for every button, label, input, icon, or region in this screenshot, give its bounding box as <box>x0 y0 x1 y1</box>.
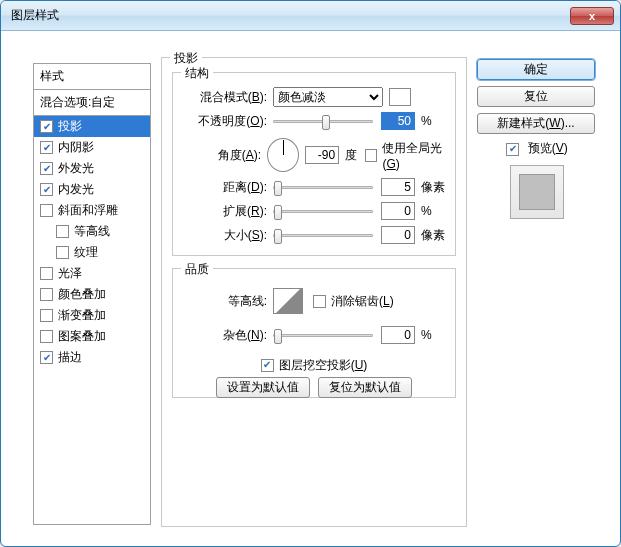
knockout-label: 图层挖空投影(U) <box>279 357 368 374</box>
style-label: 内阴影 <box>58 139 94 156</box>
distance-label: 距离(D): <box>173 179 267 196</box>
antialias-checkbox[interactable] <box>313 295 326 308</box>
titlebar[interactable]: 图层样式 x <box>1 1 620 31</box>
blend-mode-select[interactable]: 颜色减淡 <box>273 87 383 107</box>
style-label: 内发光 <box>58 181 94 198</box>
style-item-纹理[interactable]: 纹理 <box>34 242 150 263</box>
spread-input[interactable] <box>381 202 415 220</box>
size-label: 大小(S): <box>173 227 267 244</box>
style-item-图案叠加[interactable]: 图案叠加 <box>34 326 150 347</box>
style-label: 等高线 <box>74 223 110 240</box>
spread-label: 扩展(R): <box>173 203 267 220</box>
distance-input[interactable] <box>381 178 415 196</box>
style-checkbox[interactable] <box>40 120 53 133</box>
noise-unit: % <box>421 328 432 342</box>
style-label: 颜色叠加 <box>58 286 106 303</box>
angle-label: 角度(A): <box>173 147 261 164</box>
contour-label: 等高线: <box>173 293 267 310</box>
angle-dial[interactable] <box>267 138 299 172</box>
style-item-内阴影[interactable]: 内阴影 <box>34 137 150 158</box>
style-item-光泽[interactable]: 光泽 <box>34 263 150 284</box>
close-button[interactable]: x <box>570 7 614 25</box>
window-title: 图层样式 <box>11 7 570 24</box>
noise-label: 杂色(N): <box>173 327 267 344</box>
style-checkbox[interactable] <box>40 141 53 154</box>
opacity-unit: % <box>421 114 432 128</box>
style-label: 斜面和浮雕 <box>58 202 118 219</box>
spread-unit: % <box>421 204 432 218</box>
preview-swatch <box>519 174 555 210</box>
style-checkbox[interactable] <box>40 351 53 364</box>
size-slider[interactable] <box>273 234 373 237</box>
styles-header: 样式 <box>34 64 150 90</box>
blend-mode-label: 混合模式(B): <box>173 89 267 106</box>
style-label: 投影 <box>58 118 82 135</box>
antialias-label: 消除锯齿(L) <box>331 293 394 310</box>
right-column: 确定 复位 新建样式(W)... 预览(V) <box>477 59 597 219</box>
preview-label: 预览(V) <box>528 141 568 155</box>
blend-options-row[interactable]: 混合选项:自定 <box>34 90 150 116</box>
style-item-描边[interactable]: 描边 <box>34 347 150 368</box>
structure-label: 结构 <box>181 65 213 82</box>
style-checkbox[interactable] <box>40 162 53 175</box>
set-default-button[interactable]: 设置为默认值 <box>216 377 310 398</box>
style-checkbox[interactable] <box>56 225 69 238</box>
style-checkbox[interactable] <box>40 267 53 280</box>
style-checkbox[interactable] <box>40 330 53 343</box>
style-item-渐变叠加[interactable]: 渐变叠加 <box>34 305 150 326</box>
style-checkbox[interactable] <box>40 204 53 217</box>
style-label: 纹理 <box>74 244 98 261</box>
drop-shadow-group: 投影 结构 混合模式(B): 颜色减淡 不透明度(O): % 角度(A): <box>161 57 467 527</box>
angle-unit: 度 <box>345 147 357 164</box>
quality-group: 品质 等高线: 消除锯齿(L) 杂色(N): % 图层挖空投影(U) <box>172 268 456 398</box>
style-label: 外发光 <box>58 160 94 177</box>
structure-group: 结构 混合模式(B): 颜色减淡 不透明度(O): % 角度(A): 度 <box>172 72 456 256</box>
knockout-checkbox[interactable] <box>261 359 274 372</box>
style-checkbox[interactable] <box>40 309 53 322</box>
preview-checkbox[interactable] <box>506 143 519 156</box>
reset-default-button[interactable]: 复位为默认值 <box>318 377 412 398</box>
opacity-input[interactable] <box>381 112 415 130</box>
styles-panel: 样式 混合选项:自定 投影内阴影外发光内发光斜面和浮雕等高线纹理光泽颜色叠加渐变… <box>33 63 151 525</box>
color-swatch[interactable] <box>389 88 411 106</box>
size-unit: 像素 <box>421 227 445 244</box>
cancel-button[interactable]: 复位 <box>477 86 595 107</box>
style-item-等高线[interactable]: 等高线 <box>34 221 150 242</box>
size-input[interactable] <box>381 226 415 244</box>
ok-button[interactable]: 确定 <box>477 59 595 80</box>
style-checkbox[interactable] <box>56 246 69 259</box>
contour-picker[interactable] <box>273 288 303 314</box>
style-checkbox[interactable] <box>40 288 53 301</box>
style-label: 渐变叠加 <box>58 307 106 324</box>
angle-input[interactable] <box>305 146 339 164</box>
style-item-斜面和浮雕[interactable]: 斜面和浮雕 <box>34 200 150 221</box>
style-item-内发光[interactable]: 内发光 <box>34 179 150 200</box>
noise-slider[interactable] <box>273 334 373 337</box>
style-item-外发光[interactable]: 外发光 <box>34 158 150 179</box>
quality-label: 品质 <box>181 261 213 278</box>
new-style-button[interactable]: 新建样式(W)... <box>477 113 595 134</box>
opacity-slider[interactable] <box>273 120 373 123</box>
layer-style-dialog: 图层样式 x 样式 混合选项:自定 投影内阴影外发光内发光斜面和浮雕等高线纹理光… <box>0 0 621 547</box>
global-light-label: 使用全局光(G) <box>382 140 455 171</box>
style-label: 图案叠加 <box>58 328 106 345</box>
style-label: 光泽 <box>58 265 82 282</box>
style-item-投影[interactable]: 投影 <box>34 116 150 137</box>
style-checkbox[interactable] <box>40 183 53 196</box>
style-item-颜色叠加[interactable]: 颜色叠加 <box>34 284 150 305</box>
preview-box <box>510 165 564 219</box>
distance-unit: 像素 <box>421 179 445 196</box>
style-label: 描边 <box>58 349 82 366</box>
noise-input[interactable] <box>381 326 415 344</box>
global-light-checkbox[interactable] <box>365 149 377 162</box>
spread-slider[interactable] <box>273 210 373 213</box>
distance-slider[interactable] <box>273 186 373 189</box>
opacity-label: 不透明度(O): <box>173 113 267 130</box>
